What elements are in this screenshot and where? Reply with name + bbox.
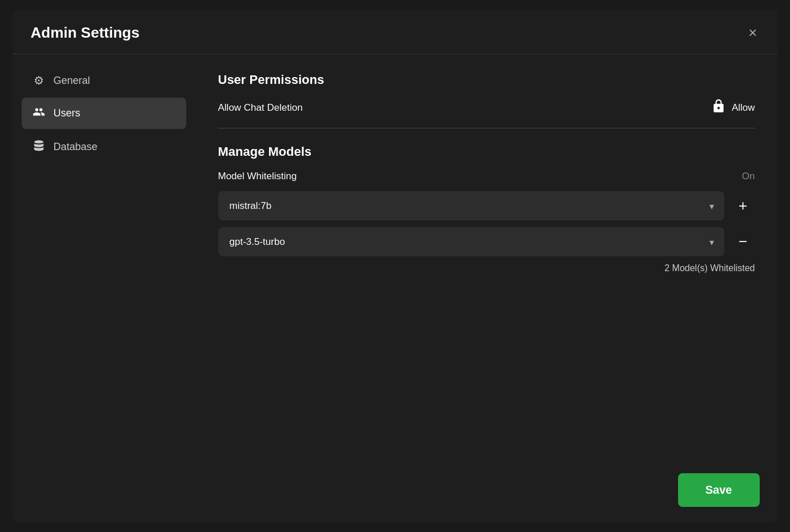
sidebar-item-users[interactable]: Users: [22, 98, 186, 129]
gear-icon: ⚙: [32, 74, 46, 87]
sidebar-item-users-label: Users: [54, 107, 81, 119]
modal-header: Admin Settings ×: [13, 9, 778, 54]
sidebar-item-database-label: Database: [54, 141, 98, 153]
save-button[interactable]: Save: [678, 473, 760, 507]
model-select-1[interactable]: mistral:7b gpt-3.5-turbo: [218, 191, 724, 220]
lock-icon: [711, 99, 726, 116]
model-row-2: gpt-3.5-turbo mistral:7b ▾ −: [218, 227, 755, 256]
add-model-button[interactable]: +: [731, 194, 755, 218]
remove-model-button[interactable]: −: [731, 230, 755, 254]
sidebar: ⚙ General Users: [13, 54, 195, 523]
sidebar-item-database[interactable]: Database: [22, 131, 186, 163]
close-button[interactable]: ×: [746, 23, 759, 42]
toggle-status[interactable]: On: [742, 171, 755, 182]
model-select-2[interactable]: gpt-3.5-turbo mistral:7b: [218, 227, 724, 256]
users-icon: [32, 106, 46, 121]
manage-models-title: Manage Models: [218, 144, 755, 159]
allow-chat-deletion-label: Allow Chat Deletion: [218, 102, 303, 114]
modal-title: Admin Settings: [31, 24, 140, 42]
models-count: 2 Model(s) Whitelisted: [218, 263, 755, 273]
allow-control[interactable]: Allow: [711, 99, 755, 116]
model-whitelisting-label: Model Whitelisting: [218, 171, 297, 182]
modal-body: ⚙ General Users: [13, 54, 778, 523]
allow-label: Allow: [732, 102, 755, 114]
model-row-1: mistral:7b gpt-3.5-turbo ▾ +: [218, 191, 755, 220]
main-content: User Permissions Allow Chat Deletion All…: [195, 54, 778, 523]
user-permissions-title: User Permissions: [218, 72, 755, 87]
model-select-wrapper-1: mistral:7b gpt-3.5-turbo ▾: [218, 191, 724, 220]
database-icon: [32, 139, 46, 155]
svg-point-0: [34, 140, 43, 144]
models-header: Model Whitelisting On: [218, 171, 755, 182]
admin-settings-modal: Admin Settings × ⚙ General Users: [13, 9, 778, 523]
sidebar-item-general-label: General: [54, 75, 90, 87]
sidebar-item-general[interactable]: ⚙ General: [22, 66, 186, 95]
model-select-wrapper-2: gpt-3.5-turbo mistral:7b ▾: [218, 227, 724, 256]
allow-chat-deletion-row: Allow Chat Deletion Allow: [218, 99, 755, 128]
